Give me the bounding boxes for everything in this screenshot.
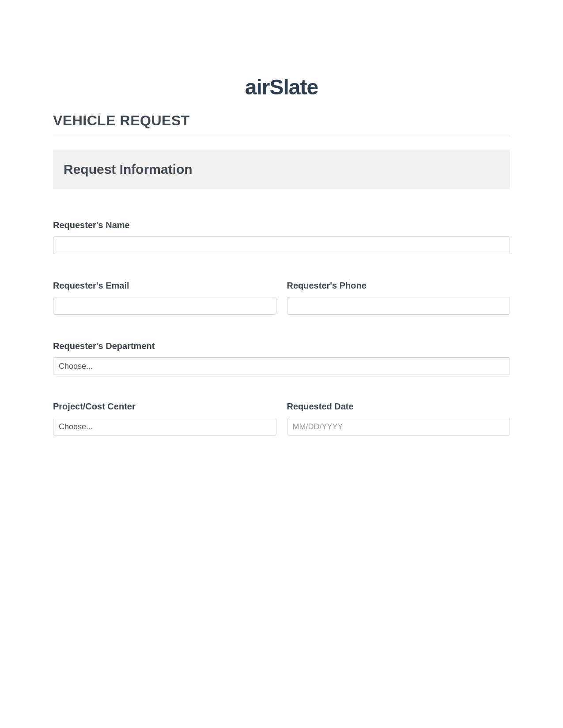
- requester-email-input[interactable]: [53, 297, 276, 315]
- divider: [53, 137, 510, 137]
- form-group-requester-department: Requester's Department Choose...: [53, 341, 510, 375]
- requester-department-select[interactable]: Choose...: [53, 357, 510, 375]
- requester-name-input[interactable]: [53, 236, 510, 254]
- form-group-requester-phone: Requester's Phone: [287, 281, 510, 315]
- section-header: Request Information: [53, 150, 510, 189]
- requested-date-label: Requested Date: [287, 402, 510, 412]
- requester-phone-input[interactable]: [287, 297, 510, 315]
- requester-department-label: Requester's Department: [53, 341, 510, 351]
- form-group-requested-date: Requested Date: [287, 402, 510, 435]
- requester-email-label: Requester's Email: [53, 281, 276, 291]
- logo-suffix: Slate: [269, 75, 318, 99]
- logo: airSlate: [53, 75, 510, 99]
- form-group-project-cost-center: Project/Cost Center Choose...: [53, 402, 276, 435]
- form-group-requester-email: Requester's Email: [53, 281, 276, 315]
- logo-prefix: air: [245, 75, 270, 99]
- section-title: Request Information: [64, 162, 499, 177]
- requested-date-input[interactable]: [287, 418, 510, 435]
- project-cost-center-select[interactable]: Choose...: [53, 418, 276, 435]
- page-title: VEHICLE REQUEST: [53, 113, 510, 129]
- project-cost-center-label: Project/Cost Center: [53, 402, 276, 412]
- requester-phone-label: Requester's Phone: [287, 281, 510, 291]
- requester-name-label: Requester's Name: [53, 220, 510, 230]
- form-group-requester-name: Requester's Name: [53, 220, 510, 254]
